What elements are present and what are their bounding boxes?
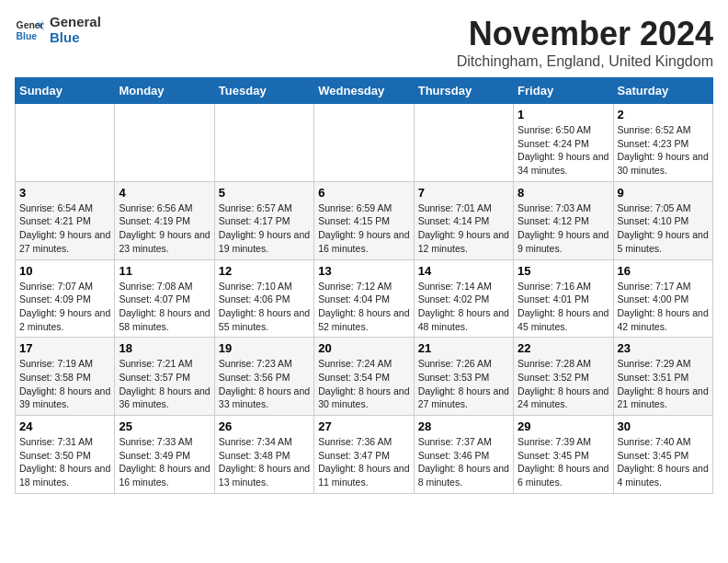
week-row-0: 1Sunrise: 6:50 AM Sunset: 4:24 PM Daylig… (16, 104, 713, 182)
day-info: Sunrise: 7:23 AM Sunset: 3:56 PM Dayligh… (219, 357, 310, 411)
day-cell: 30Sunrise: 7:40 AM Sunset: 3:45 PM Dayli… (613, 416, 712, 494)
week-row-1: 3Sunrise: 6:54 AM Sunset: 4:21 PM Daylig… (16, 181, 713, 259)
day-number: 22 (518, 341, 609, 355)
day-cell: 7Sunrise: 7:01 AM Sunset: 4:14 PM Daylig… (414, 181, 513, 259)
day-number: 23 (618, 341, 709, 355)
day-info: Sunrise: 7:29 AM Sunset: 3:51 PM Dayligh… (618, 357, 709, 411)
day-info: Sunrise: 7:24 AM Sunset: 3:54 PM Dayligh… (318, 357, 409, 411)
day-info: Sunrise: 7:08 AM Sunset: 4:07 PM Dayligh… (119, 280, 210, 334)
month-title: November 2024 (457, 15, 713, 53)
day-cell: 23Sunrise: 7:29 AM Sunset: 3:51 PM Dayli… (613, 338, 712, 416)
logo-general: General (50, 15, 101, 30)
day-number: 16 (618, 264, 709, 278)
day-cell: 28Sunrise: 7:37 AM Sunset: 3:46 PM Dayli… (414, 416, 513, 494)
day-cell: 20Sunrise: 7:24 AM Sunset: 3:54 PM Dayli… (314, 338, 414, 416)
day-info: Sunrise: 6:50 AM Sunset: 4:24 PM Dayligh… (518, 123, 609, 178)
day-cell (16, 104, 115, 182)
day-header-monday: Monday (115, 78, 214, 104)
day-number: 19 (219, 341, 310, 355)
day-cell: 1Sunrise: 6:50 AM Sunset: 4:24 PM Daylig… (514, 104, 613, 182)
day-header-wednesday: Wednesday (314, 78, 414, 104)
day-number: 3 (19, 186, 110, 200)
day-info: Sunrise: 6:54 AM Sunset: 4:21 PM Dayligh… (19, 201, 110, 256)
day-cell: 14Sunrise: 7:14 AM Sunset: 4:02 PM Dayli… (414, 259, 513, 338)
day-number: 25 (119, 419, 210, 433)
day-info: Sunrise: 7:14 AM Sunset: 4:02 PM Dayligh… (418, 280, 509, 334)
day-cell: 12Sunrise: 7:10 AM Sunset: 4:06 PM Dayli… (214, 259, 313, 338)
day-number: 7 (418, 186, 509, 200)
day-info: Sunrise: 6:57 AM Sunset: 4:17 PM Dayligh… (219, 201, 310, 256)
day-cell (214, 104, 313, 182)
day-header-sunday: Sunday (16, 78, 115, 104)
day-number: 12 (219, 264, 310, 278)
day-cell: 29Sunrise: 7:39 AM Sunset: 3:45 PM Dayli… (514, 416, 613, 494)
day-cell: 18Sunrise: 7:21 AM Sunset: 3:57 PM Dayli… (115, 338, 214, 416)
day-header-friday: Friday (514, 78, 613, 104)
svg-text:Blue: Blue (17, 30, 38, 40)
day-header-thursday: Thursday (414, 78, 513, 104)
day-number: 24 (19, 419, 110, 433)
day-cell: 16Sunrise: 7:17 AM Sunset: 4:00 PM Dayli… (613, 259, 712, 338)
day-cell: 4Sunrise: 6:56 AM Sunset: 4:19 PM Daylig… (115, 181, 214, 259)
location: Ditchingham, England, United Kingdom (457, 53, 713, 70)
day-number: 13 (318, 264, 409, 278)
day-info: Sunrise: 7:03 AM Sunset: 4:12 PM Dayligh… (518, 201, 609, 256)
day-cell: 8Sunrise: 7:03 AM Sunset: 4:12 PM Daylig… (514, 181, 613, 259)
day-cell: 6Sunrise: 6:59 AM Sunset: 4:15 PM Daylig… (314, 181, 414, 259)
day-cell: 15Sunrise: 7:16 AM Sunset: 4:01 PM Dayli… (514, 259, 613, 338)
day-info: Sunrise: 6:52 AM Sunset: 4:23 PM Dayligh… (618, 123, 709, 178)
page-header: General Blue General Blue November 2024 … (15, 15, 713, 70)
week-row-3: 17Sunrise: 7:19 AM Sunset: 3:58 PM Dayli… (16, 338, 713, 416)
day-info: Sunrise: 7:12 AM Sunset: 4:04 PM Dayligh… (318, 280, 409, 334)
logo-blue: Blue (50, 30, 101, 46)
day-cell: 11Sunrise: 7:08 AM Sunset: 4:07 PM Dayli… (115, 259, 214, 338)
day-cell: 17Sunrise: 7:19 AM Sunset: 3:58 PM Dayli… (16, 338, 115, 416)
day-number: 21 (418, 341, 509, 355)
day-number: 2 (618, 108, 709, 121)
day-number: 28 (418, 419, 509, 433)
day-info: Sunrise: 7:34 AM Sunset: 3:48 PM Dayligh… (219, 435, 310, 489)
day-info: Sunrise: 7:16 AM Sunset: 4:01 PM Dayligh… (518, 280, 609, 334)
day-info: Sunrise: 7:39 AM Sunset: 3:45 PM Dayligh… (518, 435, 609, 489)
day-cell: 26Sunrise: 7:34 AM Sunset: 3:48 PM Dayli… (214, 416, 313, 494)
day-cell (314, 104, 414, 182)
day-number: 6 (318, 186, 409, 200)
day-number: 1 (518, 108, 609, 121)
day-cell (414, 104, 513, 182)
day-number: 5 (219, 186, 310, 200)
day-number: 10 (19, 264, 110, 278)
day-number: 18 (119, 341, 210, 355)
logo-icon: General Blue (15, 16, 44, 45)
day-info: Sunrise: 7:28 AM Sunset: 3:52 PM Dayligh… (518, 357, 609, 411)
day-number: 29 (518, 419, 609, 433)
day-cell: 27Sunrise: 7:36 AM Sunset: 3:47 PM Dayli… (314, 416, 414, 494)
day-number: 14 (418, 264, 509, 278)
calendar-body: 1Sunrise: 6:50 AM Sunset: 4:24 PM Daylig… (16, 104, 713, 494)
day-cell: 25Sunrise: 7:33 AM Sunset: 3:49 PM Dayli… (115, 416, 214, 494)
day-info: Sunrise: 7:05 AM Sunset: 4:10 PM Dayligh… (618, 201, 709, 256)
day-info: Sunrise: 6:59 AM Sunset: 4:15 PM Dayligh… (318, 201, 409, 256)
calendar-table: SundayMondayTuesdayWednesdayThursdayFrid… (15, 77, 713, 494)
day-number: 27 (318, 419, 409, 433)
week-row-2: 10Sunrise: 7:07 AM Sunset: 4:09 PM Dayli… (16, 259, 713, 338)
day-info: Sunrise: 7:37 AM Sunset: 3:46 PM Dayligh… (418, 435, 509, 489)
day-info: Sunrise: 7:21 AM Sunset: 3:57 PM Dayligh… (119, 357, 210, 411)
day-number: 30 (618, 419, 709, 433)
day-cell: 13Sunrise: 7:12 AM Sunset: 4:04 PM Dayli… (314, 259, 414, 338)
day-number: 26 (219, 419, 310, 433)
week-row-4: 24Sunrise: 7:31 AM Sunset: 3:50 PM Dayli… (16, 416, 713, 494)
day-info: Sunrise: 6:56 AM Sunset: 4:19 PM Dayligh… (119, 201, 210, 256)
day-info: Sunrise: 7:33 AM Sunset: 3:49 PM Dayligh… (119, 435, 210, 489)
day-number: 8 (518, 186, 609, 200)
logo: General Blue General Blue (15, 15, 101, 45)
day-cell: 10Sunrise: 7:07 AM Sunset: 4:09 PM Dayli… (16, 259, 115, 338)
day-header-saturday: Saturday (613, 78, 712, 104)
day-number: 17 (19, 341, 110, 355)
day-info: Sunrise: 7:26 AM Sunset: 3:53 PM Dayligh… (418, 357, 509, 411)
day-cell (115, 104, 214, 182)
day-cell: 9Sunrise: 7:05 AM Sunset: 4:10 PM Daylig… (613, 181, 712, 259)
day-info: Sunrise: 7:36 AM Sunset: 3:47 PM Dayligh… (318, 435, 409, 489)
day-info: Sunrise: 7:31 AM Sunset: 3:50 PM Dayligh… (19, 435, 110, 489)
day-cell: 2Sunrise: 6:52 AM Sunset: 4:23 PM Daylig… (613, 104, 712, 182)
title-block: November 2024 Ditchingham, England, Unit… (457, 15, 713, 70)
